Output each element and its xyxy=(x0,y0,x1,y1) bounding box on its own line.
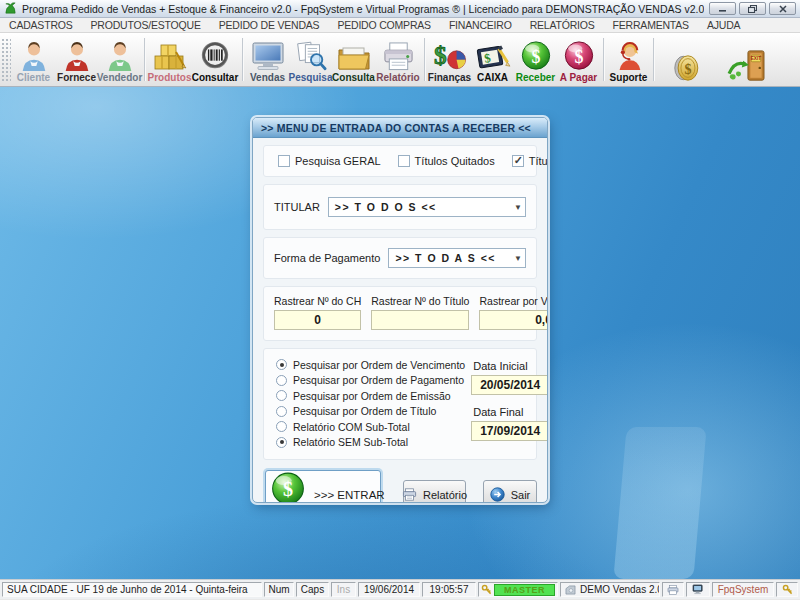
radio-label: Pesquisar por Ordem de Pagamento xyxy=(293,374,464,386)
radio-dot xyxy=(276,437,287,448)
toolbar-separator xyxy=(653,38,654,81)
entrar-button[interactable]: $ Receber >>> ENTRAR xyxy=(265,470,381,503)
toolbar-vendedor-label: Vendedor xyxy=(97,72,143,83)
supplier-person-icon xyxy=(60,38,94,72)
restore-button[interactable] xyxy=(739,2,766,15)
data-inicial-input[interactable] xyxy=(471,375,548,395)
dialog-titlebar[interactable]: >> MENU DE ENTRADA DO CONTAS A RECEBER <… xyxy=(253,118,547,138)
toolbar-fornece-label: Fornece xyxy=(57,72,96,83)
toolbar-pesquisa-button[interactable]: Pesquisa xyxy=(289,34,332,85)
toolbar-fornece-button[interactable]: Fornece xyxy=(55,34,98,85)
status-printer-section xyxy=(662,582,684,597)
checkbox-box xyxy=(398,155,410,167)
disk-icon xyxy=(565,585,576,595)
menu-cadastros[interactable]: CADASTROS xyxy=(0,18,82,33)
chevron-down-icon: ▼ xyxy=(511,254,525,263)
pesquisa-geral-checkbox[interactable]: Pesquisa GERAL xyxy=(278,155,381,167)
toolbar-caixa-button[interactable]: $ CAIXA xyxy=(471,34,514,85)
toolbar-separator xyxy=(603,38,604,81)
rastrear-group: Rastrear Nº do CH Rastrear Nº do Título … xyxy=(263,286,537,341)
sales-monitor-icon xyxy=(250,38,286,72)
status-date: 19/06/2014 xyxy=(358,582,420,597)
titulos-abertos-checkbox[interactable]: Títulos Abertos xyxy=(512,155,548,167)
menu-pedido-de-vendas[interactable]: PEDIDO DE VENDAS xyxy=(210,18,329,33)
radio-dot xyxy=(276,359,287,370)
radio-dot xyxy=(276,390,287,401)
toolbar-consulta-label: Consulta xyxy=(332,72,375,83)
checkbox-box xyxy=(512,155,524,167)
menu-relatorios[interactable]: RELATÓRIOS xyxy=(521,18,604,33)
rastrear-valor-input[interactable] xyxy=(479,310,548,330)
toolbar-consultar-button[interactable]: Consultar xyxy=(191,34,239,85)
radio-dot xyxy=(276,421,287,432)
status-brand: FpqSystem xyxy=(712,582,774,597)
status-user-level: MASTER xyxy=(478,582,558,597)
window-titlebar: Programa Pedido de Vendas + Estoque & Fi… xyxy=(0,0,800,18)
toolbar-vendas-button[interactable]: Vendas xyxy=(246,34,289,85)
barcode-search-icon xyxy=(199,38,231,72)
toolbar-suporte-button[interactable]: Suporte xyxy=(607,34,650,85)
radio-ordem-titulo[interactable]: Pesquisar por Ordem de Título xyxy=(276,405,465,418)
exit-door-icon: EXIT xyxy=(725,49,769,83)
toolbar-vendedor-button[interactable]: Vendedor xyxy=(98,34,141,85)
data-inicial-label: Data Inicial xyxy=(473,360,548,372)
status-time: 19:05:57 xyxy=(422,582,476,597)
toolbar-vendas-label: Vendas xyxy=(250,72,285,83)
svg-text:$: $ xyxy=(684,61,691,77)
svg-text:$: $ xyxy=(531,47,540,67)
toolbar-produtos-button[interactable]: Produtos xyxy=(148,34,191,85)
relatorio-label: Relatório xyxy=(423,489,467,501)
radio-ordem-pagamento[interactable]: Pesquisar por Ordem de Pagamento xyxy=(276,374,465,387)
radio-label: Pesquisar por Ordem de Título xyxy=(293,405,436,417)
printer-icon xyxy=(402,488,417,503)
data-final-label: Data Final xyxy=(473,406,548,418)
radio-dot xyxy=(276,406,287,417)
status-key-section xyxy=(776,582,798,597)
toolbar-cliente-button[interactable]: Cliente xyxy=(12,34,55,85)
menu-financeiro[interactable]: FINANCEIRO xyxy=(440,18,521,33)
menu-ferramentas[interactable]: FERRAMENTAS xyxy=(604,18,698,33)
titular-select[interactable]: >> T O D O S << ▼ xyxy=(328,197,526,217)
close-icon[interactable] xyxy=(769,2,796,15)
minimize-button[interactable] xyxy=(709,2,736,15)
titulos-quitados-checkbox[interactable]: Títulos Quitados xyxy=(398,155,495,167)
toolbar-financas-button[interactable]: $ Finanças xyxy=(428,34,471,85)
printer-icon xyxy=(667,585,679,595)
svg-text:EXIT: EXIT xyxy=(751,56,762,61)
toolbar-coin-button[interactable]: $ xyxy=(665,34,708,85)
cashbook-icon: $ xyxy=(475,38,511,72)
search-documents-icon xyxy=(294,38,328,72)
menu-pedido-compras[interactable]: PEDIDO COMPRAS xyxy=(328,18,439,33)
menu-ajuda[interactable]: AJUDA xyxy=(698,18,749,33)
toolbar-receber-button[interactable]: $ Receber xyxy=(514,34,557,85)
receive-money-icon: $ xyxy=(270,471,306,504)
desktop: >> MENU DE ENTRADA DO CONTAS A RECEBER <… xyxy=(0,87,800,579)
key-icon xyxy=(782,584,793,595)
app-logo-icon xyxy=(4,2,17,15)
radio-ordem-emissao[interactable]: Pesquisar por Ordem de Emissão xyxy=(276,389,465,402)
toolbar-exit-button[interactable]: EXIT xyxy=(722,34,772,85)
receive-money-icon: $ xyxy=(520,38,552,72)
radio-relatorio-sem-subtotal[interactable]: Relatório SEM Sub-Total xyxy=(276,436,465,449)
radio-relatorio-com-subtotal[interactable]: Relatório COM Sub-Total xyxy=(276,420,465,433)
relatorio-button[interactable]: Relatório xyxy=(403,480,466,503)
radio-ordem-vencimento[interactable]: Pesquisar por Ordem de Vencimento xyxy=(276,358,465,371)
rastrear-titulo-input[interactable] xyxy=(371,310,469,330)
toolbar-relatorio-button[interactable]: Relatório xyxy=(375,34,421,85)
checkbox-box xyxy=(278,155,290,167)
status-caps: Caps xyxy=(296,582,329,597)
toolbar-suporte-label: Suporte xyxy=(610,72,648,83)
forma-pagamento-select[interactable]: >> T O D A S << ▼ xyxy=(388,248,526,268)
dialog-title: >> MENU DE ENTRADA DO CONTAS A RECEBER <… xyxy=(261,122,531,134)
sair-label: Sair xyxy=(511,489,531,501)
filter-checkbox-group: Pesquisa GERAL Títulos Quitados Títulos … xyxy=(263,145,537,177)
sair-button[interactable]: Sair xyxy=(483,480,537,503)
menu-produtos-estoque[interactable]: PRODUTOS/ESTOQUE xyxy=(82,18,210,33)
checkbox-label: Títulos Quitados xyxy=(415,155,495,167)
toolbar-consulta-button[interactable]: Consulta xyxy=(332,34,375,85)
status-location: SUA CIDADE - UF 19 de Junho de 2014 - Qu… xyxy=(2,582,262,597)
status-network-section xyxy=(686,582,710,597)
toolbar-apagar-button[interactable]: $ A Pagar xyxy=(557,34,600,85)
rastrear-ch-input[interactable] xyxy=(274,310,361,330)
data-final-input[interactable] xyxy=(471,421,548,441)
